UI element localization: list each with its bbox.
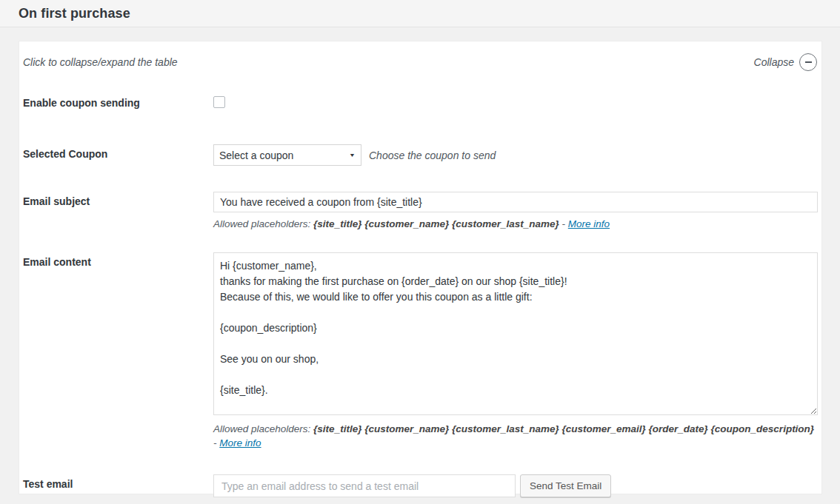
row-enable-coupon-sending: Enable coupon sending	[23, 93, 817, 110]
subject-more-info-link[interactable]: More info	[568, 218, 610, 229]
content-more-info-link[interactable]: More info	[219, 437, 261, 448]
email-subject-label: Email subject	[23, 192, 213, 207]
subject-placeholders-help: Allowed placeholders: {site_title} {cust…	[213, 217, 818, 231]
collapse-minus-icon[interactable]	[799, 53, 817, 71]
content-help-separator: -	[213, 437, 217, 448]
test-email-input[interactable]	[213, 474, 516, 497]
section-titlebar: On first purchase	[0, 0, 840, 27]
email-content-textarea[interactable]: Hi {customer_name}, thanks for making th…	[213, 252, 818, 415]
subject-help-placeholders: {site_title} {customer_name} {customer_l…	[313, 218, 559, 229]
row-selected-coupon: Selected Coupon Select a coupon ▼ Choose…	[23, 144, 817, 166]
selected-coupon-label: Selected Coupon	[23, 144, 213, 160]
collapse-label[interactable]: Collapse	[754, 56, 794, 68]
row-email-content: Email content Hi {customer_name}, thanks…	[23, 252, 817, 450]
coupon-select[interactable]: Select a coupon	[213, 144, 361, 166]
email-subject-input[interactable]	[213, 192, 818, 212]
collapse-toggle[interactable]: Collapse	[754, 53, 817, 71]
settings-panel: Click to collapse/expand the table Colla…	[19, 41, 822, 494]
send-test-email-button[interactable]: Send Test Email	[520, 474, 611, 497]
enable-coupon-label: Enable coupon sending	[23, 93, 213, 109]
collapse-header[interactable]: Click to collapse/expand the table Colla…	[23, 53, 817, 71]
collapse-hint: Click to collapse/expand the table	[23, 56, 178, 68]
test-email-label: Test email	[23, 474, 213, 490]
content-help-placeholders: {site_title} {customer_name} {customer_l…	[313, 423, 814, 434]
coupon-help-text: Choose the coupon to send	[369, 149, 496, 161]
coupon-select-wrap: Select a coupon ▼	[213, 144, 361, 166]
enable-coupon-checkbox[interactable]	[213, 96, 225, 108]
page-title: On first purchase	[19, 6, 130, 21]
row-email-subject: Email subject Allowed placeholders: {sit…	[23, 192, 817, 231]
email-content-label: Email content	[23, 252, 213, 268]
subject-help-separator: -	[562, 218, 566, 229]
row-test-email: Test email Send Test Email	[23, 474, 817, 497]
subject-help-prefix: Allowed placeholders:	[213, 218, 310, 229]
content-placeholders-help: Allowed placeholders: {site_title} {cust…	[213, 422, 818, 450]
content-help-prefix: Allowed placeholders:	[213, 423, 310, 434]
